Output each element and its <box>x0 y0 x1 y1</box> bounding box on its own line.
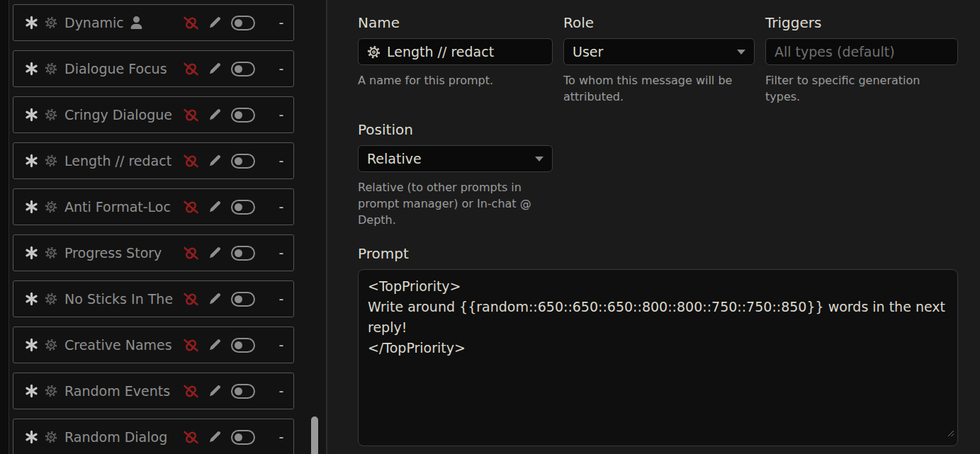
edit-pencil-icon[interactable] <box>208 200 222 214</box>
prompt-textarea[interactable]: <TopPriority> Write around {{random::650… <box>358 269 958 446</box>
asterisk-icon <box>25 338 38 352</box>
link-slash-icon[interactable] <box>182 154 200 169</box>
token-count-dash: - <box>276 107 286 123</box>
toggle-off-icon[interactable] <box>231 292 255 307</box>
link-slash-icon[interactable] <box>182 16 200 30</box>
gear-icon <box>45 431 57 443</box>
prompt-item-label: Progress Story <box>64 245 162 261</box>
edit-pencil-icon[interactable] <box>208 292 222 306</box>
link-slash-icon[interactable] <box>182 246 200 261</box>
gear-icon <box>45 16 57 29</box>
prompt-item-actions: - <box>182 61 286 76</box>
toggle-off-icon[interactable] <box>231 200 255 215</box>
position-select-value: Relative <box>367 151 422 166</box>
chevron-down-icon <box>535 157 543 161</box>
triggers-field-group: Triggers Filter to specific generation t… <box>765 8 958 105</box>
token-count-dash: - <box>276 429 286 445</box>
link-slash-icon[interactable] <box>182 108 200 123</box>
role-select[interactable]: User <box>563 38 755 65</box>
link-slash-icon[interactable] <box>182 62 200 76</box>
token-count-dash: - <box>276 245 286 261</box>
link-slash-icon[interactable] <box>182 200 200 215</box>
prompt-list-item[interactable]: Anti Format-Loc - <box>13 188 294 225</box>
prompt-item-actions: - <box>182 291 286 307</box>
user-icon <box>130 16 142 29</box>
toggle-off-icon[interactable] <box>231 384 255 399</box>
prompt-list-item[interactable]: Random Events - <box>13 373 294 409</box>
prompt-item-actions: - <box>182 199 286 215</box>
position-field-group: Position Relative Relative (to other pro… <box>358 122 553 228</box>
sidebar-left-edge <box>0 0 9 454</box>
gear-icon <box>367 45 381 59</box>
name-label: Name <box>358 15 553 31</box>
gear-icon <box>45 108 57 121</box>
token-count-dash: - <box>276 337 286 353</box>
edit-pencil-icon[interactable] <box>208 338 222 352</box>
link-slash-icon[interactable] <box>182 338 200 353</box>
edit-pencil-icon[interactable] <box>208 108 222 122</box>
prompt-item-label: Anti Format-Loc <box>64 199 171 215</box>
toggle-off-icon[interactable] <box>231 338 255 353</box>
prompt-list-item[interactable]: Dynamic - <box>13 4 294 41</box>
prompt-item-actions: - <box>182 429 286 445</box>
prompt-item-label: Cringy Dialogue <box>64 107 172 123</box>
prompt-list-item[interactable]: Dialogue Focus - <box>13 50 294 87</box>
triggers-input[interactable] <box>765 38 958 65</box>
token-count-dash: - <box>276 383 286 399</box>
prompt-field-group: Prompt <TopPriority> Write around {{rand… <box>358 246 959 446</box>
toggle-off-icon[interactable] <box>231 430 255 445</box>
edit-pencil-icon[interactable] <box>208 62 222 76</box>
toggle-off-icon[interactable] <box>231 154 255 169</box>
chevron-down-icon <box>737 50 745 55</box>
link-slash-icon[interactable] <box>182 430 200 445</box>
gear-icon <box>45 293 57 305</box>
prompt-item-label: Random Events <box>64 383 170 399</box>
gear-icon <box>45 339 57 351</box>
edit-pencil-icon[interactable] <box>208 246 222 260</box>
position-label: Position <box>358 122 553 138</box>
gear-icon <box>45 385 57 397</box>
edit-pencil-icon[interactable] <box>208 384 222 398</box>
scrollbar-thumb[interactable] <box>311 416 318 454</box>
edit-pencil-icon[interactable] <box>208 430 222 444</box>
toggle-off-icon[interactable] <box>231 62 255 76</box>
prompt-item-label: Length // redact <box>64 153 171 169</box>
toggle-off-icon[interactable] <box>231 108 255 123</box>
prompt-item-actions: - <box>182 245 286 261</box>
prompt-list-item[interactable]: Random Dialog - <box>13 419 294 454</box>
position-select[interactable]: Relative <box>358 145 553 172</box>
prompt-list-item[interactable]: Progress Story - <box>13 234 294 271</box>
gear-icon <box>45 62 57 75</box>
triggers-label: Triggers <box>765 15 958 31</box>
role-help-text: To whom this message will be attributed. <box>563 72 748 105</box>
prompt-list-item[interactable]: Cringy Dialogue - <box>13 96 294 133</box>
name-input[interactable]: Length // redact <box>358 38 553 65</box>
name-input-value: Length // redact <box>387 44 494 59</box>
prompt-list-item[interactable]: Creative Names - <box>13 327 294 363</box>
link-slash-icon[interactable] <box>182 292 200 307</box>
edit-pencil-icon[interactable] <box>208 154 222 168</box>
token-count-dash: - <box>276 291 286 307</box>
link-slash-icon[interactable] <box>182 384 200 399</box>
name-field-group: Name Length // redact A name for this pr… <box>358 8 553 105</box>
toggle-off-icon[interactable] <box>231 16 255 30</box>
toggle-off-icon[interactable] <box>231 246 255 261</box>
gear-icon <box>45 154 57 167</box>
gear-icon <box>45 246 57 259</box>
prompt-label: Prompt <box>358 246 959 262</box>
prompt-list-item[interactable]: Length // redact - <box>13 142 294 179</box>
resize-handle-icon[interactable] <box>947 426 954 440</box>
edit-pencil-icon[interactable] <box>208 16 222 30</box>
token-count-dash: - <box>276 61 286 76</box>
role-field-group: Role User To whom this message will be a… <box>563 8 755 105</box>
asterisk-icon <box>25 108 38 122</box>
gear-icon <box>45 200 57 213</box>
prompt-item-actions: - <box>182 383 286 399</box>
role-label: Role <box>563 15 755 31</box>
asterisk-icon <box>25 154 38 168</box>
asterisk-icon <box>25 384 38 398</box>
asterisk-icon <box>25 62 38 76</box>
name-help-text: A name for this prompt. <box>358 72 542 89</box>
asterisk-icon <box>25 430 38 444</box>
prompt-list-item[interactable]: No Sticks In The - <box>13 280 294 317</box>
